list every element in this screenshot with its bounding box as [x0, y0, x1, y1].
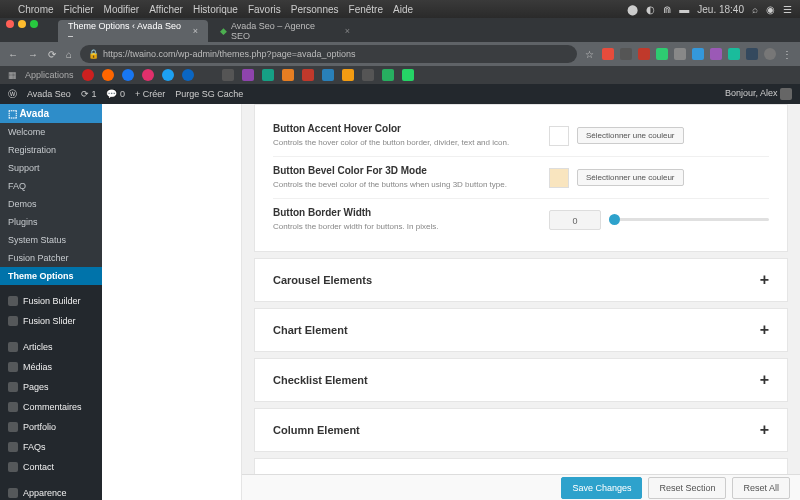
- sidebar-item-faq[interactable]: FAQ: [0, 177, 102, 195]
- maximize-icon[interactable]: [30, 20, 38, 28]
- bookmark-icon[interactable]: [162, 69, 174, 81]
- bookmark-icon[interactable]: [122, 69, 134, 81]
- purge-cache[interactable]: Purge SG Cache: [175, 89, 243, 99]
- clock[interactable]: Jeu. 18:40: [697, 4, 744, 15]
- back-icon[interactable]: ←: [8, 49, 18, 60]
- option-desc: Controls the bevel color of the buttons …: [273, 179, 531, 190]
- ext-icon[interactable]: [692, 48, 704, 60]
- bookmark-icon[interactable]: [362, 69, 374, 81]
- close-icon[interactable]: [6, 20, 14, 28]
- bookmark-icon[interactable]: [302, 69, 314, 81]
- sidebar-articles[interactable]: Articles: [0, 337, 102, 357]
- sidebar-fusion-slider[interactable]: Fusion Slider: [0, 311, 102, 331]
- ext-icon[interactable]: [620, 48, 632, 60]
- bookmark-icon[interactable]: [342, 69, 354, 81]
- sidebar-pages[interactable]: Pages: [0, 377, 102, 397]
- sidebar-item-fusion-patcher[interactable]: Fusion Patcher: [0, 249, 102, 267]
- profile-icon[interactable]: [764, 48, 776, 60]
- comments-icon[interactable]: 💬 0: [106, 89, 125, 99]
- ext-icon[interactable]: [728, 48, 740, 60]
- bookmarks-apps[interactable]: Applications: [25, 70, 74, 80]
- star-icon[interactable]: ☆: [585, 49, 594, 60]
- slider[interactable]: [609, 218, 769, 221]
- number-input[interactable]: 0: [549, 210, 601, 230]
- greeting[interactable]: Bonjour, Alex: [725, 88, 792, 100]
- accordion-carousel[interactable]: Carousel Elements+: [254, 258, 788, 302]
- new-button[interactable]: + Créer: [135, 89, 165, 99]
- bookmark-icon[interactable]: [222, 69, 234, 81]
- ext-icon[interactable]: [674, 48, 686, 60]
- extensions: ⋮: [602, 48, 792, 60]
- sidebar-item-demos[interactable]: Demos: [0, 195, 102, 213]
- color-swatch[interactable]: [549, 126, 569, 146]
- wordpress-icon[interactable]: ⓦ: [8, 88, 17, 101]
- battery-icon: ▬: [679, 4, 689, 15]
- ext-icon[interactable]: [746, 48, 758, 60]
- sidebar-fusion-builder[interactable]: Fusion Builder: [0, 291, 102, 311]
- home-icon[interactable]: ⌂: [66, 49, 72, 60]
- menu-icon[interactable]: ⋮: [782, 49, 792, 60]
- color-select-button[interactable]: Sélectionner une couleur: [577, 169, 684, 186]
- theme-options-sidebar: [102, 104, 242, 500]
- bookmark-icon[interactable]: [282, 69, 294, 81]
- apps-icon[interactable]: ▦: [8, 70, 17, 80]
- bookmark-icon[interactable]: [142, 69, 154, 81]
- accordion-column[interactable]: Column Element+: [254, 408, 788, 452]
- sidebar-item-welcome[interactable]: Welcome: [0, 123, 102, 141]
- lock-icon: 🔒: [88, 49, 99, 59]
- ext-icon[interactable]: [602, 48, 614, 60]
- bookmarks-bar: ▦ Applications: [0, 66, 800, 84]
- close-icon[interactable]: ×: [345, 26, 350, 36]
- accordion-chart[interactable]: Chart Element+: [254, 308, 788, 352]
- window-controls[interactable]: [6, 20, 38, 28]
- menu-icon[interactable]: ☰: [783, 4, 792, 15]
- sidebar-contact[interactable]: Contact: [0, 457, 102, 477]
- accordion-checklist[interactable]: Checklist Element+: [254, 358, 788, 402]
- sidebar-item-theme-options[interactable]: Theme Options: [0, 267, 102, 285]
- ext-icon[interactable]: [656, 48, 668, 60]
- siri-icon[interactable]: ◉: [766, 4, 775, 15]
- ext-icon[interactable]: [638, 48, 650, 60]
- sidebar-item-system-status[interactable]: System Status: [0, 231, 102, 249]
- bookmark-icon[interactable]: [182, 69, 194, 81]
- sidebar-apparence[interactable]: Apparence: [0, 483, 102, 500]
- search-icon[interactable]: ⌕: [752, 4, 758, 15]
- ext-icon[interactable]: [710, 48, 722, 60]
- plus-icon: +: [760, 421, 769, 439]
- forward-icon[interactable]: →: [28, 49, 38, 60]
- bookmark-icon[interactable]: [262, 69, 274, 81]
- reset-section-button[interactable]: Reset Section: [648, 477, 726, 499]
- site-name[interactable]: Avada Seo: [27, 89, 71, 99]
- sidebar-item-plugins[interactable]: Plugins: [0, 213, 102, 231]
- reload-icon[interactable]: ⟳: [48, 49, 56, 60]
- wifi-icon[interactable]: ⋒: [663, 4, 671, 15]
- sidebar-faqs[interactable]: FAQs: [0, 437, 102, 457]
- sidebar-item-support[interactable]: Support: [0, 159, 102, 177]
- app-name[interactable]: Chrome: [18, 4, 54, 15]
- options-footer: Save Changes Reset Section Reset All: [242, 474, 800, 500]
- option-title: Button Accent Hover Color: [273, 123, 531, 134]
- sidebar-portfolio[interactable]: Portfolio: [0, 417, 102, 437]
- sidebar-medias[interactable]: Médias: [0, 357, 102, 377]
- save-button[interactable]: Save Changes: [561, 477, 642, 499]
- bookmark-icon[interactable]: [82, 69, 94, 81]
- reset-all-button[interactable]: Reset All: [732, 477, 790, 499]
- tab-avada-seo[interactable]: ◆Avada Seo – Agence SEO×: [210, 20, 360, 42]
- minimize-icon[interactable]: [18, 20, 26, 28]
- updates-icon[interactable]: ⟳ 1: [81, 89, 97, 99]
- avatar: [780, 88, 792, 100]
- bookmark-icon[interactable]: [402, 69, 414, 81]
- tab-theme-options[interactable]: Theme Options ‹ Avada Seo –×: [58, 20, 208, 42]
- sidebar-item-registration[interactable]: Registration: [0, 141, 102, 159]
- bookmark-icon[interactable]: [102, 69, 114, 81]
- bookmark-icon[interactable]: [382, 69, 394, 81]
- browser-tabs: Theme Options ‹ Avada Seo –× ◆Avada Seo …: [0, 18, 800, 42]
- sidebar-commentaires[interactable]: Commentaires: [0, 397, 102, 417]
- color-swatch[interactable]: [549, 168, 569, 188]
- address-bar[interactable]: 🔒https://twaino.com/wp-admin/themes.php?…: [80, 45, 577, 63]
- color-select-button[interactable]: Sélectionner une couleur: [577, 127, 684, 144]
- bookmark-icon[interactable]: [322, 69, 334, 81]
- sidebar-avada[interactable]: ⬚ Avada: [0, 104, 102, 123]
- bookmark-icon[interactable]: [242, 69, 254, 81]
- close-icon[interactable]: ×: [193, 26, 198, 36]
